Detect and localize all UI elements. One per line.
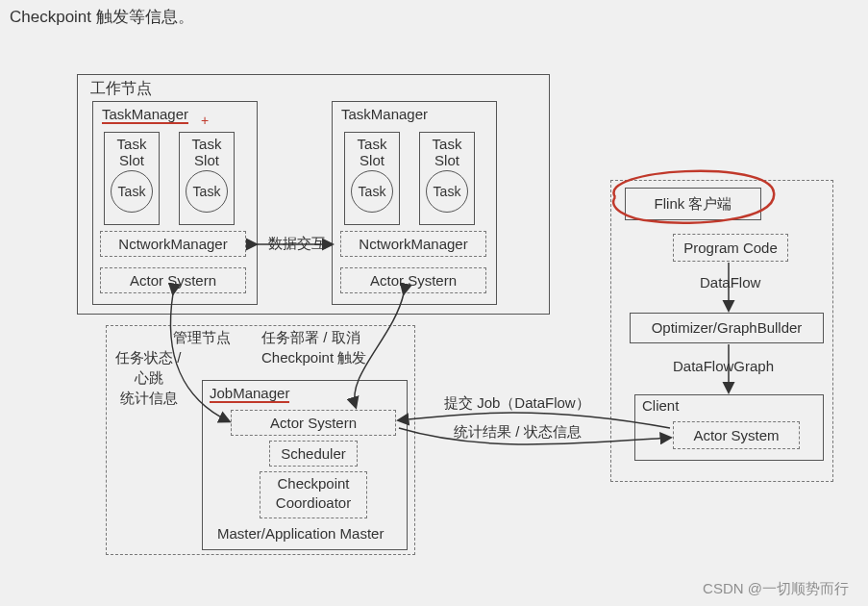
dataflowgraph-label: DataFlowGraph [673,358,774,374]
task-status-label: 任务状态 / [115,349,181,367]
tm1-slot2-slot: Slot [180,152,234,168]
tm1-actor-system: Actor Systern [100,267,246,293]
tm1-network-manager: NctworkManager [100,231,246,257]
tm1-slot1-taskc: Task [118,184,146,199]
jm-checkpoint-coord: Checkpoint Coordioator [260,471,367,518]
checkpoint-trigger-label: Checkpoint 触发 [261,349,366,367]
client-actor-system: Actor System [673,421,800,449]
jm-as-label: Actor Systern [270,415,357,431]
tm1-slot2-taskc: Task [193,184,221,199]
tm1-slot1-slot: Slot [105,152,159,168]
dataflow-label: DataFlow [700,274,760,290]
jm-cc2: Coordioator [260,493,366,513]
taskmanager-1-label: TaskManager [102,106,188,122]
tm2-slot1-taskc: Task [359,184,386,199]
submit-job-label: 提交 Job（DataFlow） [444,394,590,413]
flink-client-label: Flink 客户端 [655,195,732,212]
worker-node-label: 工作节点 [90,79,152,99]
master-app-label: Master/Application Master [217,525,384,542]
optimizer-box: Optimizer/GraphBullder [630,313,824,343]
tm1-as-label: Actor Systern [130,272,216,289]
plus-mark: + [201,113,209,128]
jm-cc1: Checkpoint [260,474,366,493]
data-exchange-label: 数据交互 [268,235,326,253]
stats-result-label: 统计结果 / 状态信息 [454,423,582,442]
tm1-slot-1: Task Slot Task [104,132,160,225]
stats-label: 统计信息 [120,390,178,408]
tm1-slot1-circle: Task [111,170,153,213]
tm2-slot2-taskc: Task [434,184,461,199]
client-label: Client [642,397,679,414]
tm2-nm-label: NctworkManager [359,236,467,252]
tm1-slot-2: Task Slot Task [179,132,235,225]
tm2-slot-1: Task Slot Task [344,132,400,225]
jm-scheduler: Scheduler [269,441,358,467]
taskmanager-2-label: TaskManager [341,106,428,122]
tm2-slot2-slot: Slot [420,152,474,168]
tm2-as-label: Actor Systern [370,272,457,289]
jm-sched-label: Scheduler [281,445,346,462]
program-code-box: Program Code [673,234,788,262]
tm2-slot2-circle: Task [426,170,468,213]
client-as-label: Actor System [693,427,779,443]
tm1-slot2-circle: Task [186,170,228,213]
tm2-slot1-slot: Slot [345,152,399,168]
mgmt-node-label: 管理节点 [173,329,231,347]
flink-client-box: Flink 客户端 [625,188,761,220]
page-title: Checkpoint 触发等信息。 [10,6,194,28]
tm2-slot1-task: Task [345,133,399,152]
task-deploy-label: 任务部署 / 取消 [261,329,360,347]
jobmanager-label: JobManager [210,385,289,401]
tm2-network-manager: NctworkManager [340,231,486,257]
watermark: CSDN @一切顺势而行 [703,580,849,598]
tm2-actor-system: Actor Systern [340,267,486,293]
tm2-slot-2: Task Slot Task [419,132,475,225]
program-code-label: Program Code [683,240,778,256]
jm-actor-system: Actor Systern [231,410,396,436]
optimizer-label: Optimizer/GraphBullder [652,319,803,336]
heartbeat-label: 心跳 [135,369,163,388]
tm2-slot2-task: Task [420,133,474,152]
tm1-slot2-task: Task [180,133,234,152]
tm1-nm-label: NctworkManager [118,236,227,252]
tm1-slot1-task: Task [105,133,159,152]
tm2-slot1-circle: Task [351,170,393,213]
